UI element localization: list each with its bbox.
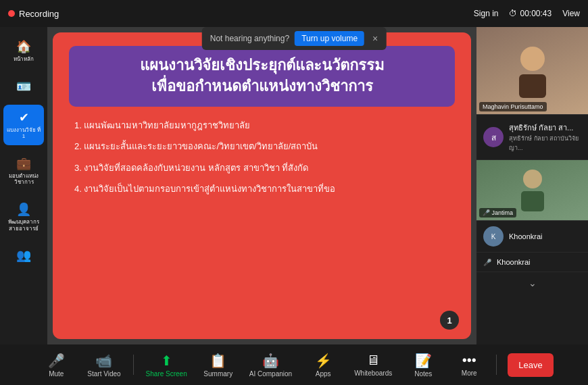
slide-number: 1 xyxy=(440,311,459,330)
notes-icon: 📝 xyxy=(415,353,432,369)
whiteboards-button[interactable]: 🖥 Whiteboards xyxy=(347,349,399,381)
participant-avatar-main: ส xyxy=(483,127,504,147)
main-speaker-name-tag: Maghavin Purisuttamo xyxy=(479,102,547,111)
slide: แผนงานวิจัยเชิงประยุกต์และนวัตกรรมเพื่อข… xyxy=(53,32,471,339)
home-icon: 🏠 xyxy=(16,39,31,54)
mic-icon: 🎤 xyxy=(48,353,65,369)
jantima-video: 🎤 Jantima xyxy=(476,160,588,221)
slide-item-1: 1. แผนพัฒนามหาวิทยาลัยมหากูฎราชวิทยาลัย xyxy=(74,119,455,132)
khoonkrai-mic-name: Khoonkrai xyxy=(497,258,531,266)
leave-button[interactable]: Leave xyxy=(508,353,553,377)
briefcase-icon: 💼 xyxy=(16,156,31,171)
more-label: More xyxy=(462,369,477,377)
ai-companion-icon: 🤖 xyxy=(262,353,279,369)
slide-item-4: 4. งานวิจัยเป็นไปตามกรอบการเข้าสู่ตำแหน่… xyxy=(74,182,455,196)
summary-label: Summary xyxy=(203,370,232,378)
mute-label: Mute xyxy=(49,370,64,378)
sidebar-item-home-label: หน้าหลัก xyxy=(14,56,34,63)
khoonkrai-mic-row: 🎤 Khoonkrai xyxy=(476,253,588,272)
svg-point-0 xyxy=(520,47,545,71)
recording-badge: Recording xyxy=(8,9,59,19)
ai-companion-button[interactable]: 🤖 AI Companion xyxy=(243,349,299,382)
slide-item-2: 2. แผนระยะสั้นและระยะยาวของคณะ/วิทยาเขต/… xyxy=(74,140,455,153)
right-panel: Maghavin Purisuttamo ส สุทธิรักษ์ กัลยา … xyxy=(476,27,588,344)
top-bar: Recording Sign in ⏱ 00:00:43 View xyxy=(0,0,588,27)
sidebar-item-home[interactable]: 🏠 หน้าหลัก xyxy=(3,34,44,68)
presentation-area: แผนงานวิจัยเชิงประยุกต์และนวัตกรรมเพื่อข… xyxy=(47,27,476,344)
khoonkrai-name: Khoonkrai xyxy=(509,232,543,240)
start-video-label: Start Video xyxy=(87,370,120,378)
toolbar: 🎤 Mute 📹 Start Video ⬆ Share Screen 📋 Su… xyxy=(0,344,588,385)
turn-up-volume-button[interactable]: Turn up volume xyxy=(295,31,364,46)
more-icon: ••• xyxy=(462,353,476,368)
check-icon: ✔ xyxy=(19,110,29,125)
participant-row-main: ส สุทธิรักษ์ กัลยา สา... สุทธิรักษ์ กัลย… xyxy=(476,115,588,160)
sidebar: 🏠 หน้าหลัก 🪪 ✔ แบงงานวิจัย ที่ 1 💼 มอบตำ… xyxy=(0,27,47,344)
mute-button[interactable]: 🎤 Mute xyxy=(34,349,78,382)
participant-subname-main: สุทธิรักษ์ กัลยา สถาบันวิจัยญา... xyxy=(509,134,581,153)
apps-label: Apps xyxy=(316,370,331,378)
person-icon: 👤 xyxy=(16,202,31,217)
svg-rect-3 xyxy=(521,191,544,211)
timer-display: ⏱ 00:00:43 xyxy=(509,9,552,18)
toolbar-divider-1 xyxy=(133,355,134,375)
sidebar-item-id[interactable]: 🪪 xyxy=(3,74,44,99)
rec-dot xyxy=(8,10,15,17)
khoonkrai-row: K Khoonkrai xyxy=(476,221,588,253)
video-icon: 📹 xyxy=(95,353,112,369)
sidebar-item-personnel-label: พัฒนบุคลากร สายอาจารย์ xyxy=(6,219,41,232)
apps-icon: ⚡ xyxy=(315,353,332,369)
sidebar-item-personnel[interactable]: 👤 พัฒนบุคลากร สายอาจารย์ xyxy=(3,197,44,237)
slide-items: 1. แผนพัฒนามหาวิทยาลัยมหากูฎราชวิทยาลัย … xyxy=(69,119,455,196)
main-content: 🏠 หน้าหลัก 🪪 ✔ แบงงานวิจัย ที่ 1 💼 มอบตำ… xyxy=(0,27,476,344)
notification-bar: Not hearing anything? Turn up volume × xyxy=(202,27,387,50)
top-right-controls: Sign in ⏱ 00:00:43 View xyxy=(474,9,580,18)
sidebar-item-research-label: แบงงานวิจัย ที่ 1 xyxy=(6,127,41,140)
sidebar-item-group[interactable]: 👥 xyxy=(3,242,44,268)
apps-button[interactable]: ⚡ Apps xyxy=(301,349,345,382)
share-screen-icon: ⬆ xyxy=(161,353,172,369)
start-video-button[interactable]: 📹 Start Video xyxy=(80,349,127,382)
more-button[interactable]: ••• More xyxy=(447,349,491,381)
sidebar-item-position[interactable]: 💼 มอบตำแหน่งวิชาการ xyxy=(3,151,44,191)
share-screen-button[interactable]: ⬆ Share Screen xyxy=(139,349,194,382)
share-screen-label: Share Screen xyxy=(146,370,187,378)
notification-text: Not hearing anything? xyxy=(210,34,289,43)
whiteboards-label: Whiteboards xyxy=(354,369,392,377)
id-icon: 🪪 xyxy=(16,79,31,94)
view-button[interactable]: View xyxy=(562,9,580,18)
khoonkrai-mic-icon: 🎤 xyxy=(483,259,491,266)
notification-close-icon[interactable]: × xyxy=(372,33,378,44)
chevron-down-icon: ⌄ xyxy=(529,278,537,288)
group-icon: 👥 xyxy=(16,248,31,263)
ai-companion-label: AI Companion xyxy=(249,370,292,378)
svg-point-2 xyxy=(523,170,542,188)
recording-label: Recording xyxy=(19,9,59,19)
khoonkrai-avatar: K xyxy=(483,226,504,247)
timer-value: 00:00:43 xyxy=(520,9,552,18)
sign-in-button[interactable]: Sign in xyxy=(474,9,499,18)
notes-button[interactable]: 📝 Notes xyxy=(401,349,445,382)
svg-rect-1 xyxy=(519,74,546,98)
slide-title: แผนงานวิจัยเชิงประยุกต์และนวัตกรรมเพื่อข… xyxy=(82,55,441,97)
slide-title-box: แผนงานวิจัยเชิงประยุกต์และนวัตกรรมเพื่อข… xyxy=(69,46,455,107)
whiteboards-icon: 🖥 xyxy=(366,353,380,368)
slide-item-3: 3. งานวิจัยที่สอดคล้องกับหน่วยงาน หลักสู… xyxy=(74,161,455,175)
participant-name-main: สุทธิรักษ์ กัลยา สา... xyxy=(509,122,581,134)
notes-label: Notes xyxy=(414,370,432,378)
jantima-name-tag: 🎤 Jantima xyxy=(479,208,516,217)
sidebar-item-position-label: มอบตำแหน่งวิชาการ xyxy=(6,173,41,186)
summary-button[interactable]: 📋 Summary xyxy=(197,349,240,382)
main-speaker-video: Maghavin Purisuttamo xyxy=(476,27,588,115)
summary-icon: 📋 xyxy=(210,353,226,369)
expand-panel-button[interactable]: ⌄ xyxy=(476,272,588,294)
toolbar-divider-2 xyxy=(496,355,497,375)
sidebar-item-research[interactable]: ✔ แบงงานวิจัย ที่ 1 xyxy=(3,105,44,145)
